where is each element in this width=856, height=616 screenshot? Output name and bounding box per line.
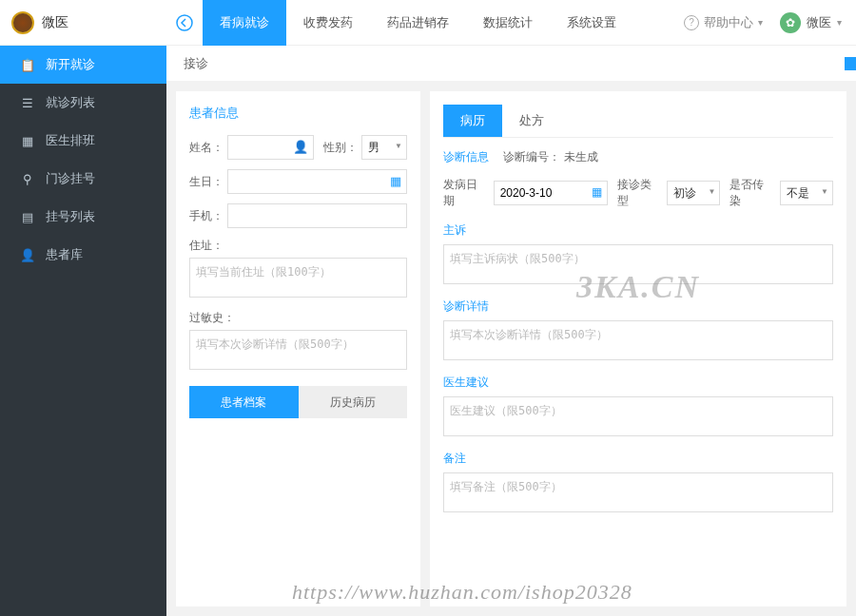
detail-textarea[interactable] (443, 320, 833, 360)
clipboard-icon: 📋 (21, 58, 34, 72)
sidebar: 📋 新开就诊 ☰ 就诊列表 ▦ 医生排班 ⚲ 门诊挂号 ▤ 挂号列表 👤 患者库 (0, 46, 166, 616)
onset-date-input[interactable] (494, 181, 608, 205)
section-chief: 主诉 (443, 222, 833, 287)
row-phone: 手机： (189, 203, 407, 228)
birth-input[interactable] (227, 169, 407, 194)
sidebar-item-label: 挂号列表 (46, 208, 95, 225)
diag-no-value: 未生成 (564, 150, 598, 164)
person-icon: 👤 (293, 140, 308, 154)
calendar-icon: ▦ (21, 134, 34, 148)
advice-textarea[interactable] (443, 396, 833, 436)
svg-point-0 (177, 15, 192, 30)
section-remark: 备注 (443, 451, 833, 515)
phone-input[interactable] (227, 203, 407, 228)
diagnosis-tabs: 病历 处方 (443, 105, 833, 138)
infectious-label: 是否传染 (730, 177, 770, 209)
diag-info-label: 诊断信息 (443, 150, 489, 164)
block-allergy: 过敏史： (189, 310, 407, 373)
onset-date-label: 发病日期 (443, 177, 484, 209)
gender-select[interactable]: 男 (361, 135, 407, 160)
nav-item-inventory[interactable]: 药品进销存 (370, 0, 466, 46)
row-birth: 生日： ▦ (189, 169, 407, 194)
sidebar-item-label: 医生排班 (46, 132, 95, 149)
birth-label: 生日： (189, 174, 227, 190)
ticket-icon: ⚲ (21, 172, 34, 186)
side-handle[interactable] (845, 57, 856, 70)
rows-icon: ▤ (21, 210, 34, 224)
sidebar-item-visit-list[interactable]: ☰ 就诊列表 (0, 84, 166, 122)
chief-title: 主诉 (443, 222, 833, 239)
sidebar-item-reg-list[interactable]: ▤ 挂号列表 (0, 198, 166, 236)
body: 📋 新开就诊 ☰ 就诊列表 ▦ 医生排班 ⚲ 门诊挂号 ▤ 挂号列表 👤 患者库… (0, 46, 856, 616)
tab-medical-record[interactable]: 病历 (443, 105, 502, 137)
sidebar-item-label: 新开就诊 (46, 56, 95, 73)
sidebar-item-schedule[interactable]: ▦ 医生排班 (0, 122, 166, 160)
user-menu[interactable]: ✿ 微医 ▾ (780, 12, 842, 33)
diag-no-label: 诊断编号： (503, 150, 560, 164)
header: 微医 看病就诊 收费发药 药品进销存 数据统计 系统设置 ? 帮助中心 ▾ ✿ … (0, 0, 856, 46)
list-icon: ☰ (21, 96, 34, 110)
allergy-label: 过敏史： (189, 310, 407, 326)
tab-history-records[interactable]: 历史病历 (299, 386, 408, 418)
name-label: 姓名： (189, 140, 227, 156)
top-nav: 看病就诊 收费发药 药品进销存 数据统计 系统设置 (203, 0, 684, 46)
tab-prescription[interactable]: 处方 (502, 105, 561, 137)
main: 接诊 患者信息 姓名： 👤 性别： 男 (166, 46, 856, 616)
help-label: 帮助中心 (704, 14, 753, 31)
breadcrumb-text: 接诊 (184, 55, 208, 72)
remark-textarea[interactable] (443, 472, 833, 512)
detail-title: 诊断详情 (443, 298, 833, 315)
calendar-icon: ▦ (390, 174, 401, 188)
sidebar-item-label: 患者库 (46, 246, 83, 263)
user-icon: 👤 (21, 248, 34, 262)
sidebar-item-registration[interactable]: ⚲ 门诊挂号 (0, 160, 166, 198)
diagnosis-info: 诊断信息 诊断编号： 未生成 (443, 149, 833, 165)
logo-area: 微医 (0, 11, 166, 34)
patient-panel-title: 患者信息 (189, 105, 407, 122)
nav-item-billing[interactable]: 收费发药 (286, 0, 370, 46)
app-name: 微医 (42, 14, 68, 31)
visit-type-select[interactable]: 初诊 (667, 181, 720, 205)
sidebar-item-label: 就诊列表 (46, 94, 95, 111)
patient-panel: 患者信息 姓名： 👤 性别： 男 生日： (176, 91, 420, 606)
allergy-textarea[interactable] (189, 330, 407, 370)
nav-item-settings[interactable]: 系统设置 (550, 0, 633, 46)
avatar-icon: ✿ (780, 12, 801, 33)
header-right: ? 帮助中心 ▾ ✿ 微医 ▾ (684, 12, 856, 33)
sidebar-item-label: 门诊挂号 (46, 170, 95, 187)
gender-label: 性别： (314, 140, 361, 156)
advice-title: 医生建议 (443, 375, 833, 391)
sidebar-item-new-visit[interactable]: 📋 新开就诊 (0, 46, 166, 84)
user-name: 微医 (807, 14, 831, 31)
block-address: 住址： (189, 238, 407, 300)
diagnosis-panel: 病历 处方 诊断信息 诊断编号： 未生成 发病日期 ▦ 接诊类型 (430, 91, 846, 606)
help-icon: ? (684, 15, 699, 30)
remark-title: 备注 (443, 451, 833, 467)
row-name-gender: 姓名： 👤 性别： 男 (189, 135, 407, 160)
content: 患者信息 姓名： 👤 性别： 男 生日： (166, 82, 856, 616)
address-label: 住址： (189, 238, 407, 254)
nav-item-stats[interactable]: 数据统计 (466, 0, 550, 46)
collapse-button[interactable] (166, 0, 203, 46)
chief-textarea[interactable] (443, 244, 833, 284)
phone-label: 手机： (189, 208, 227, 224)
sidebar-item-patients[interactable]: 👤 患者库 (0, 236, 166, 274)
patient-tabs: 患者档案 历史病历 (189, 386, 407, 418)
address-textarea[interactable] (189, 258, 407, 298)
breadcrumb: 接诊 (166, 46, 856, 82)
chevron-down-icon: ▾ (758, 17, 763, 28)
infectious-select[interactable]: 不是 (780, 181, 833, 205)
logo-icon (11, 11, 34, 34)
nav-item-consult[interactable]: 看病就诊 (203, 0, 286, 46)
chevron-down-icon: ▾ (837, 17, 842, 28)
row-visit-meta: 发病日期 ▦ 接诊类型 初诊 是否传染 不是 (443, 177, 833, 209)
section-detail: 诊断详情 (443, 298, 833, 363)
help-link[interactable]: ? 帮助中心 ▾ (684, 14, 763, 31)
calendar-icon: ▦ (592, 185, 602, 199)
tab-patient-records[interactable]: 患者档案 (189, 386, 299, 418)
visit-type-label: 接诊类型 (617, 177, 658, 209)
section-advice: 医生建议 (443, 375, 833, 439)
